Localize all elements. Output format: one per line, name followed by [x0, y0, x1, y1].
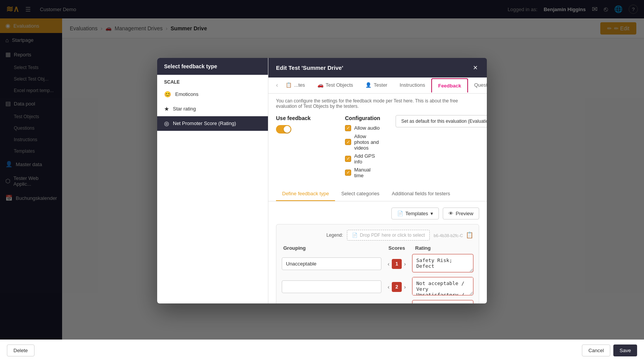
rating-cell-1: Safety Risk; Defect — [412, 254, 473, 274]
legend-row: Legend: 📄 Drop PDF here or click to sele… — [282, 230, 473, 241]
templates-button[interactable]: 📄 Templates ▾ — [391, 208, 439, 219]
feedback-config-row: Use feedback Configuration Allow audio — [268, 109, 487, 187]
modal-main: Edit Test 'Summer Drive' × ‹ 📋 ...tes 🚗 … — [268, 58, 487, 303]
manual-time-checkbox[interactable] — [345, 170, 351, 176]
rating-input-2[interactable]: Not acceptable / Very Unsatisfactory / E… — [412, 277, 473, 295]
templates-dropdown-icon: ▾ — [430, 211, 433, 216]
ftp-item-emoticons[interactable]: 😊 Emoticons — [157, 87, 268, 102]
ftp-item-nps[interactable]: ◎ Net Promoter Score (Rating) — [157, 116, 268, 131]
preview-icon: 👁 — [449, 211, 453, 216]
nps-label: Net Promoter Score (Rating) — [173, 120, 236, 126]
grouping-input-2[interactable] — [282, 280, 381, 293]
config-label: Configuration — [345, 115, 380, 121]
config-add-gps: Add GPS info — [345, 153, 380, 165]
allow-photos-checkbox[interactable] — [345, 139, 351, 145]
rating-cell-2: Not acceptable / Very Unsatisfactory / E… — [412, 277, 473, 297]
allow-audio-checkbox[interactable] — [345, 125, 351, 131]
preview-label: Preview — [456, 211, 473, 216]
config-section: Configuration Allow audio Allow photos a… — [345, 115, 380, 181]
tab-instructions[interactable]: Instructions — [393, 77, 431, 93]
score-prev-1[interactable]: ‹ — [387, 260, 390, 268]
col-header-scores: Scores — [381, 245, 412, 251]
tab-feedback[interactable]: Feedback — [431, 78, 468, 92]
ftp-header: Select feedback type — [157, 58, 268, 75]
modal-tabs: ‹ 📋 ...tes 🚗 Test Objects 👤 Tester Instr… — [268, 77, 487, 94]
templates-label: Templates — [406, 211, 428, 216]
modal-header: Edit Test 'Summer Drive' × — [268, 58, 487, 77]
use-feedback-label: Use feedback — [276, 115, 330, 121]
content-area: 📄 Templates ▾ 👁 Preview Legen — [268, 201, 487, 303]
use-feedback-toggle[interactable] — [276, 125, 291, 134]
modal-close-button[interactable]: × — [472, 63, 479, 72]
modal-body: You can configure the settings for the f… — [268, 94, 487, 303]
rating-input-3[interactable]: Not acceptable / Unsatisfactory — [412, 300, 473, 303]
table-row: ‹ 3 › Not acceptable / Unsatisfactory — [282, 300, 473, 303]
legend-label: Legend: — [326, 232, 343, 238]
nps-icon: ◎ — [164, 120, 169, 127]
table-row: ‹ 1 › Safety Risk; Defect — [282, 254, 473, 274]
templates-icon: 📄 — [397, 211, 403, 216]
id-snippet-wrap: b6-4b38-b2fc-C 📋 — [434, 231, 473, 239]
score-badge-2: 2 — [392, 282, 402, 292]
grouping-cell-1 — [282, 257, 381, 270]
score-prev-2[interactable]: ‹ — [387, 283, 390, 291]
tab-test-objects[interactable]: 🚗 Test Objects — [311, 77, 360, 93]
sub-tabs: Define feedback type Select categories A… — [268, 187, 487, 201]
table-header-row: Grouping Scores Rating — [282, 245, 473, 251]
sub-tab-define[interactable]: Define feedback type — [276, 187, 335, 201]
grouping-input-1[interactable] — [282, 257, 381, 270]
modal-title: Edit Test 'Summer Drive' — [276, 64, 343, 71]
star-rating-label: Star rating — [173, 106, 196, 112]
preview-button[interactable]: 👁 Preview — [443, 208, 479, 219]
emoticons-icon: 😊 — [164, 91, 171, 98]
score-next-1[interactable]: › — [403, 260, 407, 268]
sub-tab-additional[interactable]: Additional fields for testers — [386, 187, 456, 201]
col-header-grouping: Grouping — [282, 245, 381, 251]
legend-drop-area[interactable]: 📄 Drop PDF here or click to select — [347, 230, 430, 241]
copy-icon[interactable]: 📋 — [466, 232, 473, 238]
ftp-title: Select feedback type — [164, 63, 217, 69]
rating-container: Legend: 📄 Drop PDF here or click to sele… — [276, 224, 479, 303]
modal-description: You can configure the settings for the f… — [268, 94, 487, 109]
pdf-icon: 📄 — [352, 232, 358, 238]
modal-wrap: Select feedback type Scale 😊 Emoticons ★… — [157, 58, 487, 303]
set-default-button[interactable]: Set as default for this evaluation (Eval… — [396, 115, 487, 127]
tests-icon: 📋 — [286, 82, 292, 88]
tab-questionnaires[interactable]: Questionnaires — [468, 77, 487, 93]
emoticons-label: Emoticons — [175, 91, 199, 97]
scores-cell-2: ‹ 2 › — [381, 282, 412, 292]
tab-prev-arrow[interactable]: ‹ — [274, 82, 279, 89]
legend-drop-label: Drop PDF here or click to select — [360, 232, 425, 238]
config-allow-photos: Allow photos and videos — [345, 134, 380, 151]
score-next-2[interactable]: › — [403, 283, 407, 291]
rating-cell-3: Not acceptable / Unsatisfactory — [412, 300, 473, 303]
sub-tab-categories[interactable]: Select categories — [335, 187, 386, 201]
modal-overlay: Select feedback type Scale 😊 Emoticons ★… — [0, 0, 644, 361]
col-header-rating: Rating — [412, 245, 473, 251]
tab-tester[interactable]: 👤 Tester — [359, 77, 393, 93]
feedback-type-panel: Select feedback type Scale 😊 Emoticons ★… — [157, 58, 268, 303]
id-snippet: b6-4b38-b2fc-C — [434, 233, 463, 238]
tab-tests[interactable]: 📋 ...tes — [279, 77, 311, 93]
scores-cell-1: ‹ 1 › — [381, 259, 412, 269]
grouping-cell-2 — [282, 280, 381, 293]
content-toolbar: 📄 Templates ▾ 👁 Preview — [276, 208, 479, 219]
config-allow-audio: Allow audio — [345, 125, 380, 131]
use-feedback-section: Use feedback — [276, 115, 330, 134]
rating-input-1[interactable]: Safety Risk; Defect — [412, 254, 473, 272]
ftp-item-star-rating[interactable]: ★ Star rating — [157, 102, 268, 116]
table-row: ‹ 2 › Not acceptable / Very Unsatisfacto… — [282, 277, 473, 297]
star-rating-icon: ★ — [164, 105, 169, 112]
add-gps-checkbox[interactable] — [345, 156, 351, 162]
tester-icon: 👤 — [365, 82, 371, 88]
test-objects-icon: 🚗 — [317, 82, 324, 88]
ftp-section-label: Scale — [157, 75, 268, 87]
score-badge-1: 1 — [392, 259, 402, 269]
config-manual-time: Manual time — [345, 167, 380, 178]
